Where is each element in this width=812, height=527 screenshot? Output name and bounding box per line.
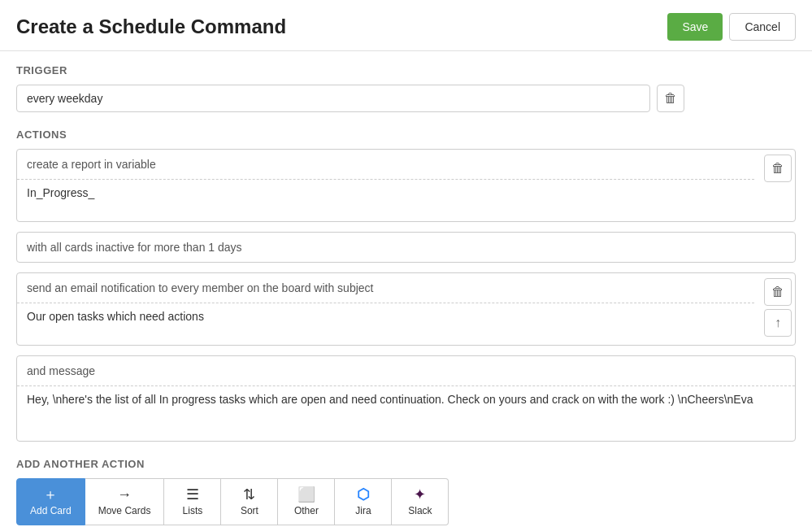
action1-top-input[interactable] [17,150,754,180]
move-cards-label: Move Cards [98,505,151,516]
trash-icon: 🗑 [664,91,677,106]
action-block-2 [16,232,796,263]
slack-button[interactable]: ✦ Slack [392,478,449,525]
action-controls-3: 🗑 ↑ [761,273,795,345]
action1-bottom-input[interactable]: In_Progress_ [17,180,754,219]
save-button[interactable]: Save [667,13,723,41]
jira-label: Jira [355,505,371,516]
action4-bottom-input[interactable]: Hey, \nhere's the list of all In progres… [17,386,795,438]
sort-button[interactable]: ⇅ Sort [221,478,278,525]
action-block-4-header: Hey, \nhere's the list of all In progres… [17,356,795,441]
up-arrow-icon: ↑ [775,316,781,330]
add-another-label: Add Another Action [16,458,796,470]
action3-top-input[interactable] [17,273,754,303]
other-label: Other [294,505,319,516]
other-icon: ⬜ [297,487,315,502]
trash-icon: 🗑 [771,285,784,299]
add-another-section: Add Another Action ＋ Add Card → Move Car… [16,458,796,525]
header-buttons: Save Cancel [667,13,796,41]
slack-label: Slack [408,505,432,516]
action3-up-button[interactable]: ↑ [764,309,792,337]
slack-icon: ✦ [414,487,426,502]
action3-delete-button[interactable]: 🗑 [764,278,792,306]
action4-top-input[interactable] [17,356,795,386]
action-block-3-header: Our open tasks which need actions 🗑 ↑ [17,273,795,345]
cancel-button[interactable]: Cancel [729,13,796,41]
action-input-area-4: Hey, \nhere's the list of all In progres… [17,356,795,441]
actions-section: Actions In_Progress_ 🗑 [16,128,796,442]
trigger-delete-button[interactable]: 🗑 [657,85,684,112]
move-cards-button[interactable]: → Move Cards [85,478,165,525]
jira-icon: ⬡ [357,487,370,502]
add-card-button[interactable]: ＋ Add Card [16,478,85,525]
actions-label: Actions [16,128,796,141]
action-controls-1: 🗑 [761,150,795,221]
action-block-4: Hey, \nhere's the list of all In progres… [16,355,796,442]
sort-icon: ⇅ [243,487,255,502]
action-block-1-header: In_Progress_ 🗑 [17,150,795,221]
action-input-area-1: In_Progress_ [17,150,754,221]
action-buttons-row: ＋ Add Card → Move Cards ☰ Lists ⇅ Sort ⬜… [16,478,796,525]
action3-bottom-input[interactable]: Our open tasks which need actions [17,303,754,342]
action-block-3: Our open tasks which need actions 🗑 ↑ [16,272,796,346]
trigger-row: 🗑 [16,85,796,112]
plus-icon: ＋ [43,487,58,502]
action-input-area-3: Our open tasks which need actions [17,273,754,345]
add-card-label: Add Card [30,505,72,516]
lists-button[interactable]: ☰ Lists [164,478,221,525]
main-content: Trigger 🗑 Actions In_Progress_ 🗑 [0,51,812,527]
trash-icon: 🗑 [771,161,784,176]
action1-delete-button[interactable]: 🗑 [764,155,792,182]
sort-label: Sort [241,505,258,516]
trigger-section: Trigger 🗑 [16,64,796,112]
page-header: Create a Schedule Command Save Cancel [0,0,812,51]
other-button[interactable]: ⬜ Other [278,478,335,525]
lists-label: Lists [183,505,203,516]
action-block-1: In_Progress_ 🗑 [16,149,796,222]
arrow-right-icon: → [117,487,132,502]
jira-button[interactable]: ⬡ Jira [335,478,392,525]
trigger-input[interactable] [16,85,650,112]
trigger-label: Trigger [16,64,796,76]
action2-input[interactable] [17,233,795,262]
list-icon: ☰ [186,487,199,502]
page-title: Create a Schedule Command [16,15,286,38]
